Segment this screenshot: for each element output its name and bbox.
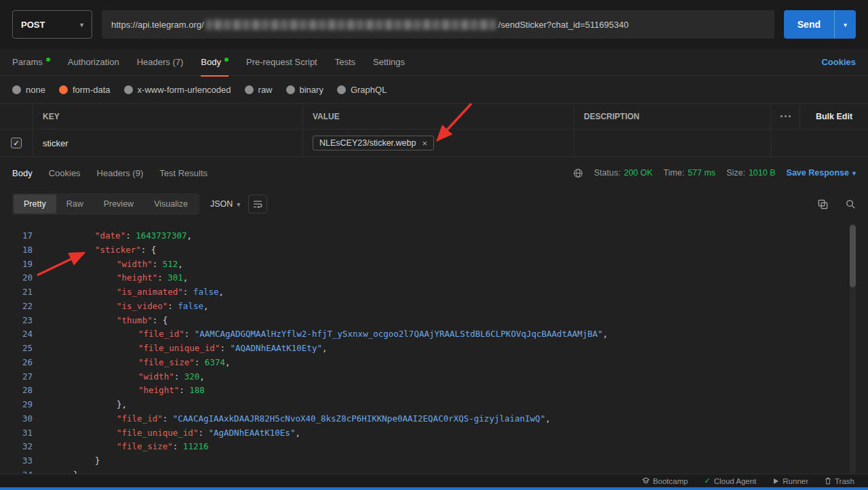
code-line-22: 22"is_video": false, [0,300,868,314]
scrollbar-thumb[interactable] [850,225,856,287]
code-line-33: 33} [0,454,868,468]
mode-raw[interactable]: raw [245,85,273,95]
code-lines: 17"date": 1643737307,18"sticker": {19"wi… [0,229,868,483]
kv-value-cell[interactable]: NLEsCEY23/sticker.webp × [302,129,574,157]
tab-label: Tests [335,57,355,67]
tab-pre-request-script[interactable]: Pre-request Script [246,49,317,76]
line-number: 29 [0,398,33,412]
kv-header-checkbox-cell [0,104,33,129]
row-checkbox[interactable]: ✓ [11,138,22,148]
line-number: 28 [0,384,33,398]
kv-header-actions: Bulk Edit [770,104,868,129]
radio-icon [124,85,133,94]
runner-icon [772,478,779,485]
view-mode-segmented-control: Pretty Raw Preview Visualize [12,193,199,215]
file-chip[interactable]: NLEsCEY23/sticker.webp × [313,136,434,150]
line-number: 24 [0,327,33,342]
tab-authorization[interactable]: Authorization [68,49,119,76]
footer-label: Trash [835,477,854,485]
body-content-dot [224,58,229,62]
code-line-23: 23"thumb": { [0,314,868,328]
mode-binary[interactable]: binary [286,85,323,95]
kv-row-actions [770,129,868,157]
mode-label: none [26,85,45,95]
line-number: 19 [0,258,33,272]
tab-label: Authorization [68,57,119,67]
response-tab-headers[interactable]: Headers (9) [97,168,144,178]
view-raw[interactable]: Raw [56,195,94,213]
tab-label: Settings [373,57,405,67]
view-bar-right-icons [818,199,856,209]
save-response-label: Save Response [787,168,849,178]
send-options-chevron-icon[interactable]: ▾ [834,10,856,39]
params-content-dot [46,58,50,62]
tab-params[interactable]: Params [12,49,50,76]
footer-runner[interactable]: Runner [772,477,808,485]
response-body-json[interactable]: 17"date": 1643737307,18"sticker": {19"wi… [0,220,868,490]
mode-graphql[interactable]: GraphQL [337,85,387,95]
code-line-24: 24"file_id": "AAMCAgADGQMAAlHzYflw2-hfjT… [0,327,868,342]
response-header: Body Cookies Headers (9) Test Results St… [0,157,868,188]
remove-file-icon[interactable]: × [422,139,427,148]
copy-icon[interactable] [818,199,828,209]
mode-form-data[interactable]: form-data [59,85,111,95]
tab-tests[interactable]: Tests [335,49,355,76]
mode-x-www-form-urlencoded[interactable]: x-www-form-urlencoded [124,85,231,95]
response-tab-test-results[interactable]: Test Results [159,168,208,178]
code-line-32: 32"file_size": 11216 [0,440,868,454]
kv-key-cell[interactable]: sticker [33,129,302,157]
footer-bootcamp[interactable]: Bootcamp [642,477,688,485]
response-tab-body[interactable]: Body [12,168,33,178]
wrap-lines-icon[interactable] [248,195,267,213]
size-badge: Size: 1010 B [726,168,775,178]
radio-selected-icon [59,85,68,94]
code-line-18: 18"sticker": { [0,243,868,258]
line-number: 30 [0,412,33,426]
code-line-20: 20"height": 301, [0,271,868,285]
save-response-button[interactable]: Save Response ▾ [787,168,856,178]
footer-bar: Bootcamp ✓ Cloud Agent Runner Trash [0,474,868,487]
bottom-accent-bar [0,487,868,490]
request-tabs: Params Authorization Headers (7) Body Pr… [0,49,868,76]
tab-headers[interactable]: Headers (7) [137,49,184,76]
send-button[interactable]: Send ▾ [784,10,856,39]
tab-body[interactable]: Body [201,49,229,76]
method-label: POST [21,20,45,30]
line-number: 20 [0,271,33,285]
kv-checkbox-cell: ✓ [0,129,33,157]
form-data-editor: KEY VALUE DESCRIPTION Bulk Edit ✓ sticke… [0,103,868,157]
kv-header-value: VALUE [302,104,574,129]
line-number: 23 [0,314,33,328]
chevron-down-icon: ▾ [237,201,240,208]
more-options-icon[interactable] [771,104,800,129]
mode-label: x-www-form-urlencoded [138,85,231,95]
scrollbar-track[interactable] [850,224,856,481]
kv-header-key: KEY [33,104,302,129]
kv-description-cell[interactable] [574,129,770,157]
chevron-down-icon: ▾ [80,21,83,28]
cookies-link[interactable]: Cookies [821,57,856,67]
footer-trash[interactable]: Trash [825,477,854,485]
footer-cloud-agent[interactable]: ✓ Cloud Agent [704,476,756,485]
url-input[interactable]: https://api.telegram.org/ /sendSticker?c… [102,10,774,39]
view-pretty[interactable]: Pretty [14,195,56,213]
kv-row-sticker: ✓ sticker NLEsCEY23/sticker.webp × [0,129,868,157]
response-tab-cookies[interactable]: Cookies [49,168,81,178]
code-line-21: 21"is_animated": false, [0,285,868,300]
network-globe-icon[interactable] [573,168,583,178]
kv-header-description: DESCRIPTION [574,104,770,129]
search-icon[interactable] [846,199,856,209]
view-visualize[interactable]: Visualize [144,195,198,213]
code-line-29: 29}, [0,398,868,412]
mode-none[interactable]: none [12,85,45,95]
url-prefix: https://api.telegram.org/ [111,20,204,30]
language-dropdown[interactable]: JSON ▾ [210,199,240,209]
view-preview[interactable]: Preview [94,195,144,213]
tab-label: Body [201,57,221,67]
method-dropdown[interactable]: POST ▾ [12,10,92,39]
line-number: 25 [0,342,33,356]
status-badge: Status: 200 OK [594,168,652,178]
tab-settings[interactable]: Settings [373,49,405,76]
time-value: 577 ms [688,168,715,178]
bulk-edit-button[interactable]: Bulk Edit [800,104,868,129]
